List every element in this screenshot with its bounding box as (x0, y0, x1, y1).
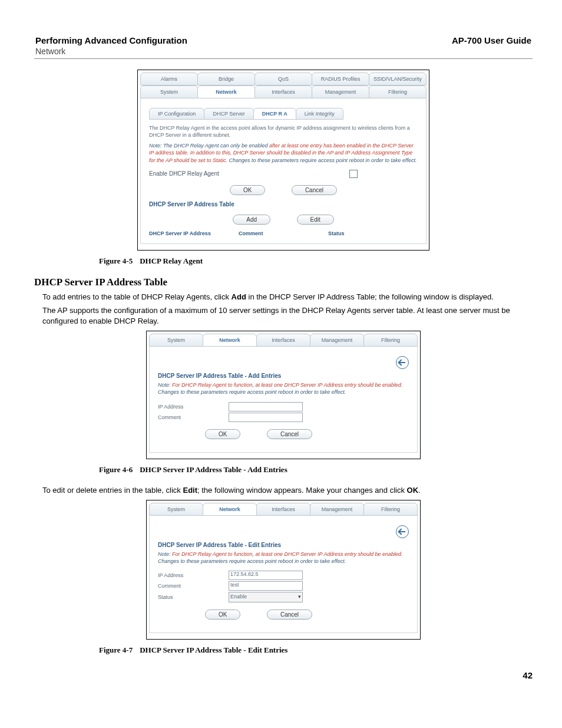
cancel-button[interactable]: Cancel (267, 429, 312, 439)
ip-address-input[interactable]: 172.54.82.5 (229, 571, 303, 580)
paragraph-edit-entries: To edit or delete entries in the table, … (42, 485, 533, 496)
tab-filtering[interactable]: Filtering (363, 503, 418, 516)
ip-table-header: DHCP Server IP Address Comment Status (149, 230, 418, 236)
page-number: 42 (34, 670, 533, 680)
comment-input[interactable] (229, 413, 303, 422)
doc-guide-title: AP-700 User Guide (452, 35, 531, 45)
note-tail: Changes to these parameters require acce… (227, 157, 417, 163)
enable-relay-agent-checkbox[interactable] (349, 170, 358, 178)
doc-section-sub: Network (34, 47, 533, 56)
tab-network[interactable]: Network (203, 334, 257, 347)
add-entries-heading: DHCP Server IP Address Table - Add Entri… (158, 373, 409, 379)
tab-system[interactable]: System (140, 85, 198, 98)
figure-4-7: System Network Interfaces Management Fil… (146, 500, 421, 640)
tab-filtering[interactable]: Filtering (363, 334, 418, 347)
figure-4-7-caption: Figure 4-7DHCP Server IP Address Table -… (99, 645, 468, 655)
header-divider (34, 58, 533, 59)
comment-input[interactable]: test (229, 581, 303, 591)
figure-4-5-caption: Figure 4-5DHCP Relay Agent (99, 256, 468, 266)
tab-bridge[interactable]: Bridge (197, 73, 255, 85)
tab-filtering[interactable]: Filtering (369, 85, 427, 98)
ip-address-label: IP Address (158, 404, 229, 410)
tab-interfaces[interactable]: Interfaces (256, 334, 310, 347)
edit-button[interactable]: Edit (297, 215, 334, 225)
back-arrow-icon[interactable] (396, 356, 409, 369)
subtab-dhcp-ra[interactable]: DHCP R A (253, 108, 296, 120)
subtab-link-integrity[interactable]: Link Integrity (296, 108, 343, 120)
cancel-button[interactable]: Cancel (292, 185, 337, 195)
col-ip-address: DHCP Server IP Address (149, 230, 239, 236)
col-status: Status (328, 230, 418, 236)
col-comment: Comment (239, 230, 328, 236)
figure-4-6-caption: Figure 4-6DHCP Server IP Address Table -… (99, 465, 468, 475)
section-heading-ip-table: DHCP Server IP Address Table (34, 276, 533, 288)
comment-label: Comment (158, 583, 229, 589)
subtab-dhcp-server[interactable]: DHCP Server (204, 108, 253, 120)
caption-title: DHCP Relay Agent (140, 256, 203, 265)
ok-button[interactable]: OK (205, 610, 240, 620)
tab-interfaces[interactable]: Interfaces (254, 85, 312, 98)
paragraph-max-servers: The AP supports the configuration of a m… (42, 305, 533, 326)
tab-system[interactable]: System (149, 334, 203, 347)
tab-network[interactable]: Network (197, 85, 255, 98)
status-select[interactable]: Enable (229, 592, 303, 602)
ok-button[interactable]: OK (205, 429, 240, 439)
comment-label: Comment (158, 414, 229, 420)
enable-relay-agent-label: Enable DHCP Relay Agent (149, 170, 232, 177)
back-arrow-icon[interactable] (396, 525, 409, 538)
caption-number: Figure 4-5 (99, 256, 133, 265)
tab-alarms[interactable]: Alarms (140, 73, 198, 85)
tab-ssid-vlan-security[interactable]: SSID/VLAN/Security (369, 73, 427, 85)
doc-section-title: Performing Advanced Configuration (35, 35, 187, 45)
paragraph-add-entries: To add entries to the table of DHCP Rela… (42, 292, 533, 302)
edit-entries-heading: DHCP Server IP Address Table - Edit Entr… (158, 542, 409, 548)
cancel-button[interactable]: Cancel (267, 610, 312, 620)
status-label: Status (158, 594, 229, 600)
top-tabs-row2: System Network Interfaces Management Fil… (140, 85, 427, 98)
tab-management[interactable]: Management (312, 85, 369, 98)
relay-agent-note: Note: The DHCP Relay Agent can only be e… (149, 142, 418, 163)
ip-address-label: IP Address (158, 572, 229, 578)
tab-radius-profiles[interactable]: RADIUS Profiles (312, 73, 369, 85)
tab-management[interactable]: Management (310, 503, 364, 516)
ok-button[interactable]: OK (230, 185, 265, 195)
top-tabs-row1: Alarms Bridge QoS RADIUS Profiles SSID/V… (140, 73, 427, 85)
subtabs-row: IP Configuration DHCP Server DHCP R A Li… (149, 108, 418, 120)
tab-system[interactable]: System (149, 503, 203, 516)
relay-agent-description: The DHCP Relay Agent in the access point… (149, 124, 418, 139)
edit-entries-note: Note: For DHCP Relay Agent to function, … (158, 551, 409, 565)
tab-qos[interactable]: QoS (254, 73, 312, 85)
figure-4-5: Alarms Bridge QoS RADIUS Profiles SSID/V… (137, 70, 429, 251)
tab-management[interactable]: Management (310, 334, 364, 347)
tab-network[interactable]: Network (203, 503, 257, 516)
tab-interfaces[interactable]: Interfaces (256, 503, 310, 516)
subtab-ip-configuration[interactable]: IP Configuration (149, 108, 204, 120)
figure-4-6: System Network Interfaces Management Fil… (146, 331, 421, 459)
add-button[interactable]: Add (233, 215, 270, 225)
note-lead: Note: The DHCP Relay Agent can only be e… (149, 143, 269, 149)
add-entries-note: Note: For DHCP Relay Agent to function, … (158, 381, 409, 396)
ip-table-heading: DHCP Server IP Address Table (149, 201, 418, 207)
ip-address-input[interactable] (229, 402, 303, 411)
